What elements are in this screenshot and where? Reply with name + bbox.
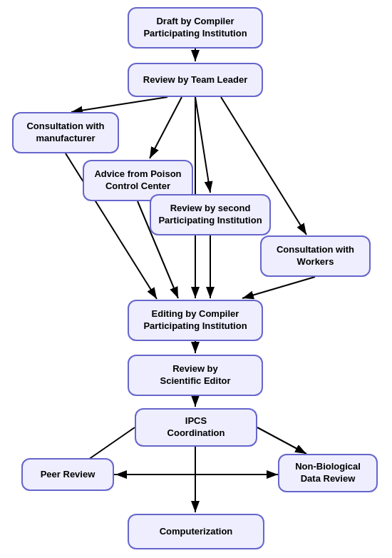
node-ipcs: IPCSCoordination: [135, 408, 257, 447]
node-review-team: Review by Team Leader: [128, 63, 263, 97]
node-review-second: Review by secondParticipating Institutio…: [150, 194, 271, 235]
node-computerization: Computerization: [128, 514, 264, 549]
svg-line-14: [257, 427, 306, 454]
node-consultation-manufacturer: Consultation withmanufacturer: [12, 112, 119, 153]
node-draft: Draft by CompilerParticipating Instituti…: [128, 7, 263, 49]
node-peer-review: Peer Review: [21, 458, 114, 491]
svg-line-10: [242, 277, 315, 298]
flowchart: Draft by CompilerParticipating Instituti…: [0, 0, 392, 558]
svg-line-3: [150, 97, 182, 158]
svg-line-4: [195, 97, 210, 193]
node-editing: Editing by CompilerParticipating Institu…: [128, 300, 263, 341]
node-review-scientific: Review byScientific Editor: [128, 355, 263, 396]
svg-line-2: [71, 97, 167, 112]
node-consultation-workers: Consultation withWorkers: [260, 235, 371, 277]
node-non-biological: Non-BiologicalData Review: [278, 454, 378, 492]
